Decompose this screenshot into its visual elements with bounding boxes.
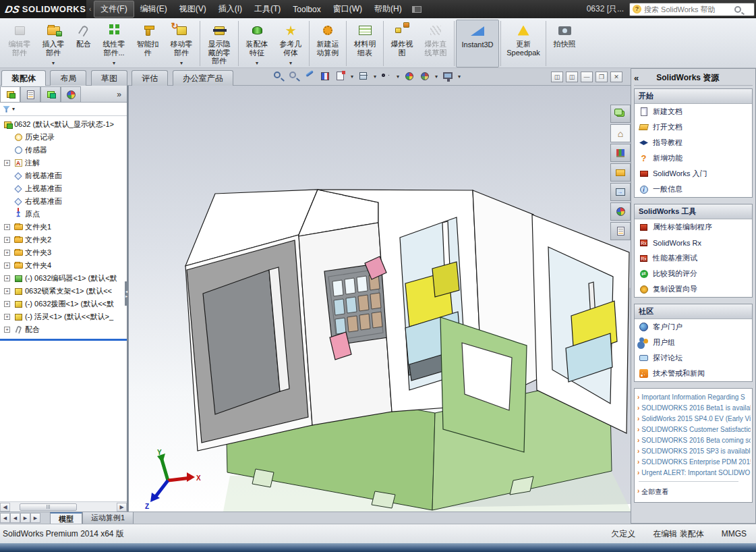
performance-benchmark-link[interactable]: Rx性能基准测试: [635, 250, 752, 266]
tab-office-products[interactable]: 办公室产品: [173, 70, 233, 86]
custom-properties-tab[interactable]: [610, 222, 631, 240]
resources-tab[interactable]: ⌂: [610, 124, 631, 142]
whats-new-link[interactable]: ?新增功能: [635, 150, 752, 166]
expand-icon[interactable]: +: [4, 237, 10, 243]
edit-appearance-icon[interactable]: [404, 71, 415, 82]
machine-model[interactable]: [129, 86, 631, 512]
exploded-view-button[interactable]: 爆炸视 图: [385, 20, 419, 67]
expand-icon[interactable]: +: [4, 327, 10, 333]
tree-item-mates[interactable]: +配合: [0, 323, 127, 336]
customer-portal-link[interactable]: 客户门户: [635, 319, 752, 335]
propertymanager-tab[interactable]: [20, 86, 40, 102]
expand-icon[interactable]: +: [4, 314, 10, 320]
menu-edit[interactable]: 编辑(E): [134, 1, 173, 17]
view-all-link[interactable]: ›全部查看: [637, 485, 751, 498]
news-item[interactable]: ›SOLIDWORKS 2016 Beta coming sc: [637, 435, 751, 445]
menu-window[interactable]: 窗口(W): [327, 1, 368, 17]
bill-of-materials-button[interactable]: 材料明 细表: [348, 20, 382, 67]
view-palette-tab[interactable]: [610, 183, 631, 201]
copy-settings-wizard-link[interactable]: 复制设置向导: [635, 281, 752, 297]
expand-icon[interactable]: +: [4, 250, 10, 256]
dropdown-arrow-icon[interactable]: ▾: [458, 74, 461, 80]
news-item[interactable]: ›SolidWorks 2015 SP4.0 EV (Early Visi: [637, 413, 751, 424]
dropdown-arrow-icon[interactable]: ▾: [289, 60, 292, 67]
discussion-forum-link[interactable]: 探讨论坛: [635, 350, 752, 366]
motion-study-tab[interactable]: 运动算例1: [82, 512, 134, 524]
tree-item-swivel-part[interactable]: +(-) 活灵<1> (默认<<默认>_: [0, 310, 127, 323]
compare-score-link[interactable]: ⇄比较我的评分: [635, 266, 752, 281]
solidworks-rx-link[interactable]: RxSolidWorks Rx: [635, 235, 752, 250]
smart-fasteners-button[interactable]: 智能扣 件: [131, 20, 165, 67]
file-explorer-tab[interactable]: [610, 163, 631, 182]
getting-started-link[interactable]: SolidWorks 入门: [635, 166, 752, 182]
tech-alerts-news-link[interactable]: 技术警戒和新闻: [635, 366, 752, 381]
tutorials-link[interactable]: 指导教程: [635, 135, 752, 150]
menu-help[interactable]: 帮助(H): [368, 1, 408, 17]
expand-icon[interactable]: +: [4, 160, 10, 166]
tree-item-sensors[interactable]: 传感器: [0, 144, 127, 157]
tab-assembly[interactable]: 装配体: [1, 70, 46, 86]
collapse-pane-right-button[interactable]: ◫: [566, 72, 578, 82]
filter-funnel-icon[interactable]: [3, 106, 10, 113]
show-hidden-components-button[interactable]: 显示隐 藏的零 部件: [202, 20, 237, 67]
tree-item-history[interactable]: 历史记录: [0, 131, 127, 144]
tree-item-folder4[interactable]: +文件夹4: [0, 259, 127, 272]
tab-evaluate[interactable]: 评估: [132, 70, 168, 86]
tree-filter-row[interactable]: ▾: [0, 103, 127, 116]
menu-view[interactable]: 视图(V): [173, 1, 212, 17]
tree-item-folder2[interactable]: +文件夹2: [0, 233, 127, 246]
tree-item-origin[interactable]: ↥原点: [0, 208, 127, 221]
property-tab-builder-link[interactable]: 属性标签编制程序: [635, 219, 752, 235]
assembly-features-button[interactable]: 装配体 特征 ▾: [240, 20, 274, 67]
scrollbar-thumb[interactable]: [20, 503, 77, 511]
mate-button[interactable]: 配合: [70, 20, 97, 67]
news-item[interactable]: ›Urgent ALERT: Important SOLIDWO: [637, 467, 751, 478]
dropdown-arrow-icon[interactable]: ▾: [435, 74, 438, 80]
new-document-link[interactable]: 新建文档: [635, 104, 752, 119]
design-library-tab[interactable]: [610, 144, 631, 162]
open-document-link[interactable]: 打开文档: [635, 119, 752, 135]
expand-icon[interactable]: +: [4, 301, 10, 307]
dropdown-arrow-icon[interactable]: ▾: [52, 60, 55, 67]
dropdown-arrow-icon[interactable]: ▾: [12, 106, 15, 112]
panel-overflow-chevron[interactable]: »: [117, 90, 127, 102]
news-item[interactable]: ›SOLIDWORKS 2015 SP3 is available: [637, 445, 751, 456]
tree-item-right-plane[interactable]: 右视基准面: [0, 195, 127, 208]
dropdown-arrow-icon[interactable]: ▾: [113, 60, 115, 67]
graphics-viewport[interactable]: Y X Z ⌂: [128, 86, 631, 512]
dropdown-arrow-icon[interactable]: ▾: [374, 74, 376, 80]
update-speedpak-button[interactable]: 更新 Speedpak: [502, 20, 544, 67]
zoom-fit-icon[interactable]: [273, 71, 284, 82]
first-tab-icon[interactable]: ◀: [0, 513, 10, 523]
tree-horizontal-scrollbar[interactable]: ◀ ▶: [0, 501, 127, 512]
expand-icon[interactable]: +: [4, 275, 10, 281]
dropdown-arrow-icon[interactable]: ▾: [256, 60, 258, 67]
tab-layout[interactable]: 布局: [50, 70, 86, 86]
tree-item-front-plane[interactable]: 前视基准面: [0, 169, 127, 182]
help-search-box[interactable]: ?: [629, 3, 755, 16]
tree-item-encoder-part[interactable]: +(-) 0632编码器<1> (默认<默: [0, 272, 127, 285]
search-input[interactable]: [644, 5, 732, 13]
menu-insert[interactable]: 插入(I): [212, 1, 248, 17]
tree-item-folder1[interactable]: +文件夹1: [0, 221, 127, 233]
configurationmanager-tab[interactable]: [40, 86, 61, 102]
dropdown-arrow-icon[interactable]: ▾: [351, 74, 353, 80]
displaymanager-tab[interactable]: [61, 86, 81, 102]
close-button[interactable]: ✕: [610, 72, 622, 82]
dropdown-arrow-icon[interactable]: ▾: [180, 60, 183, 67]
dropdown-arrow-icon[interactable]: ▾: [397, 74, 399, 80]
instant3d-button[interactable]: Instant3D: [456, 20, 499, 67]
menu-tools[interactable]: 工具(T): [248, 1, 287, 17]
next-tab-icon[interactable]: ▶: [20, 513, 30, 523]
menu-file[interactable]: 文件(F): [94, 1, 134, 18]
new-motion-study-button[interactable]: 新建运 动算例: [311, 20, 345, 67]
section-view-icon[interactable]: [320, 71, 330, 82]
news-item[interactable]: ›SOLIDWORKS Customer Satisfactio: [637, 424, 751, 435]
insert-component-button[interactable]: 插入零 部件 ▾: [36, 20, 70, 67]
take-snapshot-button[interactable]: 拍快照: [548, 20, 581, 67]
collapse-pane-left-button[interactable]: ◫: [551, 72, 563, 82]
news-item[interactable]: ›SOLIDWORKS Enterprise PDM 2015: [637, 456, 751, 467]
scroll-left-icon[interactable]: ◀: [0, 503, 10, 512]
view-settings-icon[interactable]: [442, 71, 453, 82]
move-component-button[interactable]: ↻ 移动零 部件 ▾: [165, 20, 198, 67]
